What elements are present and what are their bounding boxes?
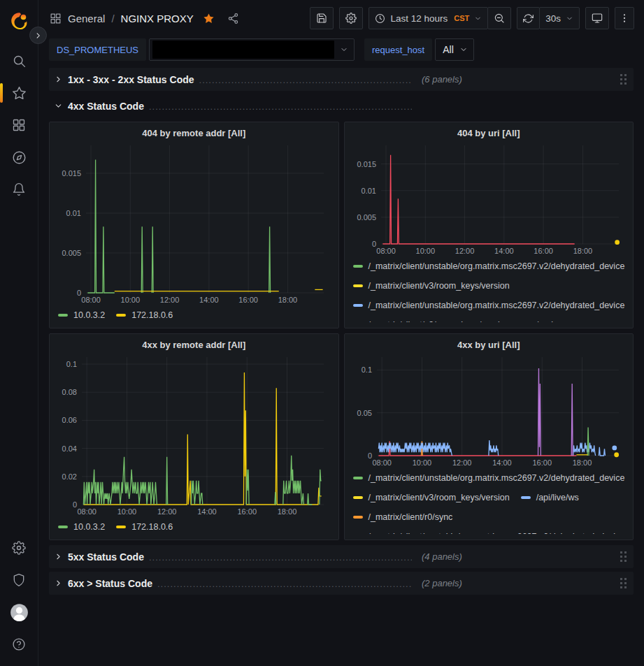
datasource-value-redacted	[152, 41, 334, 59]
sidebar-item-search[interactable]	[4, 45, 34, 77]
legend-item[interactable]: /_matrix/client/v3/room_keys/version	[353, 490, 510, 505]
sidebar-item-server-admin[interactable]	[4, 564, 34, 596]
panel-title[interactable]: 4xx by remote addr [All]	[57, 338, 331, 353]
request-host-select[interactable]: All	[435, 38, 474, 61]
shield-icon	[12, 573, 26, 587]
legend-item[interactable]: 10.0.3.2	[58, 519, 105, 534]
panel-title[interactable]: 404 by uri [All]	[352, 126, 627, 141]
svg-text:0.06: 0.06	[62, 416, 77, 424]
chart-panel: 404 by remote addr [All] 08:0010:0012:00…	[49, 122, 339, 328]
legend-item[interactable]: /_matrix/client/v3/room_keys/version	[353, 317, 510, 322]
legend-item[interactable]: /_matrix/client/r0/sync	[353, 509, 453, 525]
legend-label: /_matrix/client/v3/room_keys/version	[368, 317, 510, 322]
legend-item[interactable]: /_matrix/client/unstable/org.matrix.msc2…	[353, 529, 625, 534]
variable-datasource: DS_PROMETHEUS	[49, 38, 355, 61]
dashboard-row-4xx[interactable]: 4xx Status Code ........................…	[49, 94, 634, 117]
dashboard-row-6xx[interactable]: 6xx > Status Code ......................…	[49, 572, 634, 595]
svg-text:0.005: 0.005	[62, 249, 81, 257]
legend-item[interactable]: 172.18.0.6	[116, 519, 173, 534]
svg-text:12:00: 12:00	[452, 458, 471, 467]
variable-label-ds-prometheus[interactable]: DS_PROMETHEUS	[49, 38, 146, 61]
row-title: 1xx - 3xx - 2xx Status Code	[68, 74, 194, 85]
svg-text:0.005: 0.005	[357, 213, 376, 222]
row-title: 5xx Status Code	[68, 551, 144, 563]
legend-swatch	[353, 284, 363, 287]
legend-item[interactable]: /api/live/ws	[521, 490, 579, 505]
sidebar-item-dashboards[interactable]	[4, 109, 34, 141]
breadcrumb-dashboard-title[interactable]: NGINX PROXY	[121, 13, 194, 24]
svg-text:08:00: 08:00	[376, 247, 396, 255]
sidebar-item-configuration[interactable]	[4, 532, 34, 564]
chart-canvas[interactable]: 08:0010:0012:0014:0016:0018:0000.0050.01…	[57, 141, 331, 305]
chevron-right-icon	[54, 75, 63, 84]
legend-label: /_matrix/client/unstable/org.matrix.msc2…	[368, 529, 625, 534]
time-range-picker[interactable]: Last 12 hours CST	[368, 7, 488, 29]
svg-text:18:00: 18:00	[572, 458, 592, 467]
legend-item[interactable]: /_matrix/client/unstable/org.matrix.msc2…	[353, 470, 625, 486]
dashboard-row-1xx-3xx-2xx[interactable]: 1xx - 3xx - 2xx Status Code ............…	[49, 68, 634, 91]
legend-item[interactable]: 172.18.0.6	[116, 307, 173, 322]
legend-label: 10.0.3.2	[73, 307, 105, 322]
legend-swatch	[58, 314, 68, 317]
svg-text:12:00: 12:00	[160, 296, 180, 304]
row-drag-handle[interactable]	[618, 549, 629, 564]
svg-text:16:00: 16:00	[238, 296, 258, 304]
dashboard-row-5xx[interactable]: 5xx Status Code ........................…	[49, 545, 634, 568]
legend-label: 172.18.0.6	[131, 519, 173, 534]
breadcrumb: General / NGINX PROXY	[50, 9, 243, 27]
legend-item[interactable]: /_matrix/client/v3/room_keys/version	[353, 278, 510, 294]
sidebar-expand-button[interactable]	[29, 27, 47, 44]
chart-legend: 10.0.3.2172.18.0.6	[57, 517, 331, 534]
save-dashboard-button[interactable]	[310, 7, 334, 29]
svg-text:18:00: 18:00	[573, 247, 592, 255]
dashboard-submenu: DS_PROMETHEUS request_host All	[38, 36, 644, 68]
share-button[interactable]	[224, 9, 243, 27]
legend-item[interactable]: /sw.js	[521, 317, 558, 322]
svg-text:10:00: 10:00	[415, 247, 435, 255]
legend-swatch	[116, 314, 126, 317]
svg-text:0: 0	[77, 289, 81, 297]
chart-canvas[interactable]: 08:0010:0012:0014:0016:0018:0000.050.1	[352, 353, 626, 468]
variable-label-request-host[interactable]: request_host	[364, 38, 432, 61]
row-drag-handle[interactable]	[618, 72, 629, 87]
more-options-button[interactable]	[615, 7, 634, 29]
panel-title[interactable]: 4xx by uri [All]	[352, 338, 627, 353]
dashboard-settings-button[interactable]	[339, 7, 363, 29]
svg-text:18:00: 18:00	[278, 507, 297, 516]
chart-canvas[interactable]: 08:0010:0012:0014:0016:0018:0000.0050.01…	[352, 141, 626, 256]
svg-text:0.1: 0.1	[361, 365, 371, 374]
svg-text:0.015: 0.015	[357, 160, 376, 168]
sidebar-item-help[interactable]	[4, 628, 34, 660]
grafana-logo[interactable]	[4, 7, 34, 35]
sidebar-item-profile[interactable]	[4, 596, 34, 628]
chevron-down-icon	[566, 15, 573, 22]
sidebar-item-starred[interactable]	[4, 77, 34, 109]
gear-icon	[12, 541, 26, 555]
svg-text:10:00: 10:00	[117, 507, 137, 516]
datasource-select[interactable]	[149, 38, 355, 61]
svg-text:0.01: 0.01	[361, 187, 375, 195]
favorite-star-button[interactable]	[200, 9, 218, 27]
sidebar-item-alerting[interactable]	[4, 173, 34, 205]
chevron-down-icon	[54, 101, 63, 110]
sidebar-item-explore[interactable]	[4, 141, 34, 173]
legend-item[interactable]: 10.0.3.2	[58, 307, 105, 322]
row-title-wrap: 6xx > Status Code ......................…	[68, 578, 412, 589]
chart-canvas[interactable]: 08:0010:0012:0014:0016:0018:0000.020.040…	[57, 353, 331, 517]
legend-swatch	[353, 477, 363, 479]
tv-mode-button[interactable]	[585, 7, 609, 29]
svg-text:18:00: 18:00	[278, 296, 298, 304]
svg-text:0.05: 0.05	[357, 409, 371, 417]
legend-label: /sw.js	[536, 317, 558, 322]
row-leader-dots: ........................................…	[199, 75, 412, 85]
refresh-interval-picker[interactable]: 30s	[539, 7, 580, 29]
row-drag-handle[interactable]	[618, 576, 629, 591]
legend-item[interactable]: /_matrix/client/unstable/org.matrix.msc2…	[353, 259, 625, 274]
legend-item[interactable]: /_matrix/client/unstable/org.matrix.msc2…	[353, 298, 625, 313]
breadcrumb-folder[interactable]: General	[68, 13, 105, 24]
panel-title[interactable]: 404 by remote addr [All]	[57, 126, 331, 141]
refresh-button[interactable]	[517, 7, 540, 29]
zoom-out-time-button[interactable]	[487, 7, 511, 29]
legend-label: /_matrix/client/unstable/org.matrix.msc2…	[368, 470, 625, 486]
share-icon	[227, 13, 239, 24]
